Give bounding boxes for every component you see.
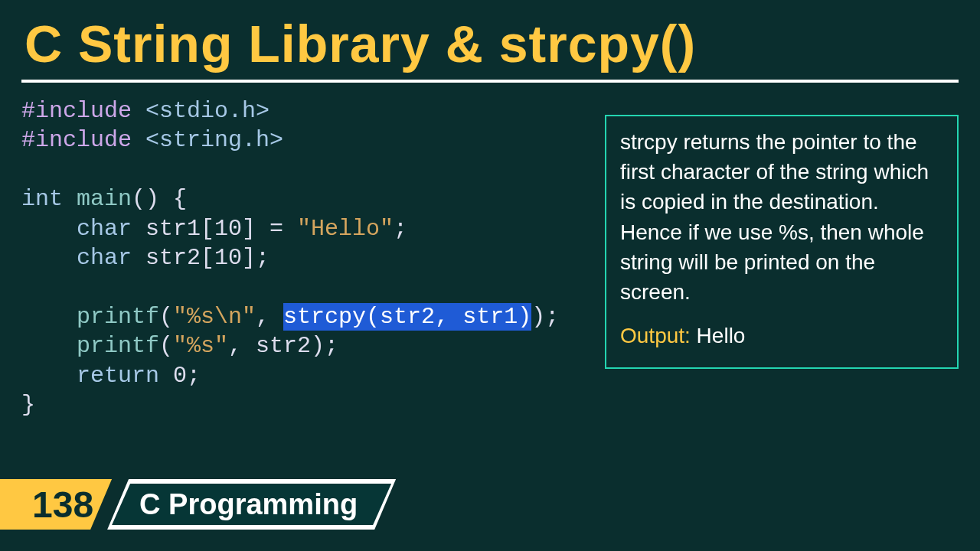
code-text: () { xyxy=(132,186,187,212)
code-text: str1[10] = xyxy=(132,216,297,242)
highlighted-call: strcpy(str2, str1) xyxy=(283,303,531,331)
topic-chip-outer: C Programming xyxy=(107,479,396,530)
code-text: ; xyxy=(394,216,407,242)
slide-number: 138 xyxy=(0,479,112,530)
code-text: str2[10]; xyxy=(132,245,270,271)
include-file: <string.h> xyxy=(132,127,283,153)
preproc: #include xyxy=(21,98,132,124)
output-line: Output: Hello xyxy=(620,321,943,350)
explanation-box: strcpy returns the pointer to the first … xyxy=(605,115,959,369)
code-text: , str2); xyxy=(228,333,338,359)
code-text: 0; xyxy=(159,363,201,389)
string-literal: "Hello" xyxy=(297,216,394,242)
topic-chip: C Programming xyxy=(112,484,391,525)
keyword: char xyxy=(21,216,132,242)
function-call: printf xyxy=(21,304,159,330)
preproc: #include xyxy=(21,127,132,153)
code-block: #include <stdio.h> #include <string.h> i… xyxy=(21,96,559,419)
string-literal: "%s\n" xyxy=(173,304,256,330)
slide-title: C String Library & strcpy() xyxy=(0,0,980,80)
keyword: return xyxy=(21,363,159,389)
keyword: char xyxy=(21,245,132,271)
function-call: printf xyxy=(21,333,159,359)
output-value: Hello xyxy=(691,324,746,347)
code-text: ( xyxy=(159,304,173,330)
code-text: ); xyxy=(531,304,559,330)
code-text: ( xyxy=(159,333,173,359)
include-file: <stdio.h> xyxy=(132,98,270,124)
keyword: int xyxy=(21,186,63,212)
code-text: } xyxy=(21,392,35,418)
output-label: Output: xyxy=(620,324,691,347)
explanation-text: strcpy returns the pointer to the first … xyxy=(620,127,943,307)
string-literal: "%s" xyxy=(173,333,228,359)
code-text: , xyxy=(256,304,283,330)
function-name: main xyxy=(63,186,132,212)
footer-bar: 138 C Programming xyxy=(0,479,396,530)
title-underline xyxy=(21,80,959,83)
